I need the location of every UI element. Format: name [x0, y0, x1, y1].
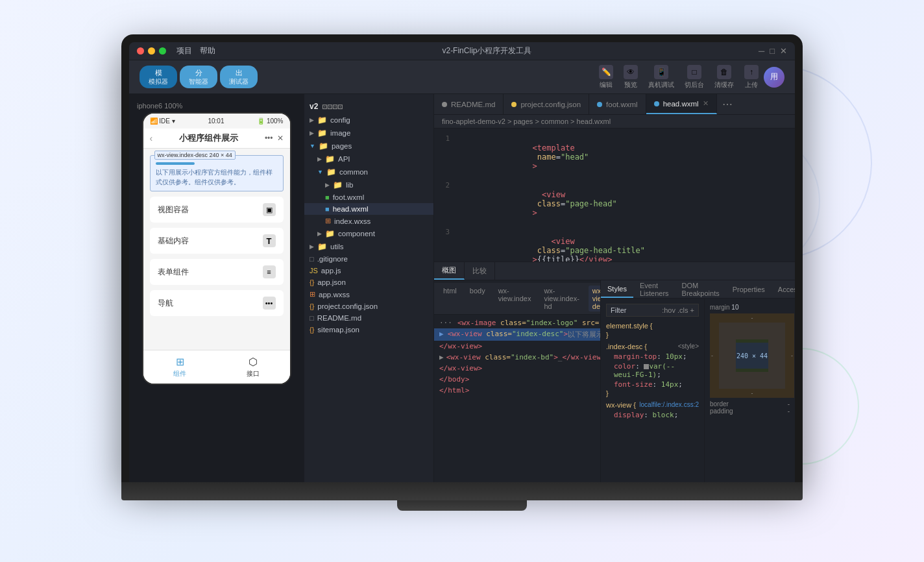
el-wx-view-index-hd[interactable]: wx-view.index-hd	[540, 286, 583, 312]
window-restore-icon[interactable]: □	[770, 46, 775, 56]
tab-head-wxml[interactable]: head.wxml ✕	[646, 94, 717, 114]
devtools-tab-overview[interactable]: 概图	[434, 262, 465, 280]
laptop: 项目 帮助 v2-FinClip小程序开发工具 ─ □ ✕ 模 模拟器	[121, 34, 803, 528]
line-num-3: 3	[434, 228, 457, 262]
app-title: v2-FinClip小程序开发工具	[226, 45, 748, 56]
devtools-left-panel: html body wx-view.index wx-view.index-hd…	[434, 280, 600, 482]
tree-item-gitignore[interactable]: □ .gitignore	[304, 253, 433, 265]
element-label: wx-view.index-desc 240 × 44	[154, 151, 236, 160]
tab-project-config-label: project.config.json	[520, 101, 581, 108]
phone-tab-components[interactable]: ⊞ 组件	[173, 356, 186, 378]
bm-margin-right: -	[791, 352, 793, 359]
phone-tab-api[interactable]: ⬡ 接口	[247, 356, 260, 378]
user-avatar[interactable]: 用	[764, 67, 784, 88]
tree-item-head-wxml[interactable]: ■ head.wxml	[304, 203, 433, 215]
tree-item-lib[interactable]: ▶ 📁 lib	[304, 178, 433, 191]
tree-item-appjson[interactable]: {} app.json	[304, 276, 433, 288]
html-line-3[interactable]: </wx-view>	[434, 341, 600, 352]
tab-head-label: head.wxml	[663, 100, 699, 108]
bm-padding-label: padding	[710, 408, 733, 415]
tab-close-icon[interactable]: ✕	[703, 99, 709, 108]
devtools-tabs: 概图 比较	[434, 262, 795, 280]
tree-item-foot-wxml[interactable]: ■ foot.wxml	[304, 191, 433, 203]
html-line-5[interactable]: </wx-view>	[434, 363, 600, 374]
line-content-2: <view class="page-head" >	[457, 181, 617, 226]
preview-action[interactable]: 👁 预览	[624, 65, 638, 90]
list-item-nav[interactable]: 导航 •••	[150, 290, 284, 316]
styles-panel: Styles Event Listeners DOM Breakpoints P…	[600, 280, 795, 482]
back-icon[interactable]: ‹	[150, 133, 153, 143]
preview-panel: iphone6 100% 📶 IDE ▾ 10:01 🔋 100% ‹ 小程序组…	[129, 94, 304, 482]
code-line-1: 1 <template name="head" >	[434, 134, 795, 180]
tab-readme[interactable]: README.md	[434, 94, 504, 114]
close-nav-icon[interactable]: ✕	[277, 134, 284, 143]
maximize-button[interactable]	[159, 47, 166, 55]
styles-tab-dom[interactable]: DOM Breakpoints	[675, 280, 726, 298]
el-body[interactable]: body	[466, 286, 489, 312]
list-icon-1: ▣	[263, 203, 276, 216]
bm-margin-bottom: -	[751, 390, 753, 397]
html-line-6[interactable]: </body>	[434, 374, 600, 385]
tree-item-appjs[interactable]: JS app.js	[304, 265, 433, 276]
tree-item-index-wxss[interactable]: ⊞ index.wxss	[304, 215, 433, 227]
list-label-4: 导航	[158, 298, 173, 309]
tree-item-readme[interactable]: □ README.md	[304, 312, 433, 324]
tree-item-component[interactable]: ▶ 📁 component	[304, 227, 433, 240]
minimize-button[interactable]	[148, 47, 155, 55]
close-button[interactable]	[137, 47, 144, 55]
devtools-tab-compare[interactable]: 比较	[465, 262, 495, 280]
tree-item-common[interactable]: ▼ 📁 common	[304, 165, 433, 178]
el-wx-view-index-desc[interactable]: wx-view.index-desc	[589, 286, 600, 312]
styles-tab-event[interactable]: Event Listeners	[633, 280, 675, 298]
el-html[interactable]: html	[439, 286, 461, 312]
laptop-base	[121, 482, 803, 500]
menu-item-help[interactable]: 帮助	[200, 45, 215, 56]
box-padding-labels: padding -	[710, 408, 790, 415]
editor-area: README.md project.config.json foot.wxml	[434, 94, 795, 482]
more-tabs-icon[interactable]: ⋯	[717, 98, 738, 110]
tree-root: v2 ⊡⊡⊡⊡	[304, 99, 433, 114]
tree-item-utils[interactable]: ▶ 📁 utils	[304, 240, 433, 253]
edit-action[interactable]: ✏️ 编辑	[599, 65, 613, 90]
tab-foot-wxml[interactable]: foot.wxml	[589, 94, 646, 114]
tree-item-projectconfig[interactable]: {} project.config.json	[304, 300, 433, 312]
styles-tab-properties[interactable]: Properties	[726, 280, 772, 298]
list-icon-2: T	[263, 234, 276, 247]
list-item-form[interactable]: 表单组件 ≡	[150, 259, 284, 285]
tab-project-config[interactable]: project.config.json	[504, 94, 589, 114]
tree-item-sitemap[interactable]: {} sitemap.json	[304, 324, 433, 336]
test-button[interactable]: 出 测试器	[220, 66, 258, 88]
upload-action[interactable]: ↑ 上传	[744, 65, 759, 90]
list-item-basic-content[interactable]: 基础内容 T	[150, 228, 284, 254]
tree-item-image[interactable]: ▶ 📁 image	[304, 127, 433, 140]
menu-item-project[interactable]: 项目	[176, 45, 192, 56]
phone-tabbar: ⊞ 组件 ⬡ 接口	[143, 350, 290, 384]
laptop-stand	[397, 500, 527, 511]
tree-item-api[interactable]: ▶ 📁 API	[304, 153, 433, 165]
device-debug-action[interactable]: 📱 真机调试	[648, 65, 674, 90]
more-icon[interactable]: •••	[265, 134, 273, 143]
debugger-button[interactable]: 分 智能器	[180, 66, 217, 88]
filter-placeholder[interactable]: Filter	[611, 306, 657, 314]
tree-item-appwxss[interactable]: ⊞ app.wxss	[304, 288, 433, 300]
el-wx-view-index[interactable]: wx-view.index	[494, 286, 535, 312]
tree-item-pages[interactable]: ▼ 📁 pages	[304, 140, 433, 153]
html-line-2[interactable]: ▶ <wx-view class="index-desc" >以下将展示小程序官…	[434, 328, 600, 341]
simulator-button[interactable]: 模 模拟器	[140, 66, 177, 88]
code-editor[interactable]: 1 <template name="head" > 2 <view	[434, 128, 795, 262]
device-label: iphone6 100%	[137, 102, 182, 110]
mode-buttons: 模 模拟器 分 智能器 出 测试器	[140, 66, 258, 88]
styles-tab-styles[interactable]: Styles	[601, 280, 633, 298]
clear-cache-action[interactable]: 🗑 清缓存	[714, 65, 734, 90]
html-line-1[interactable]: ··· <wx-image class="index-logo" src="..…	[434, 317, 600, 328]
tree-item-config[interactable]: ▶ 📁 config	[304, 114, 433, 127]
html-line-4[interactable]: ▶ <wx-view class="index-bd" >_</wx-view>	[434, 352, 600, 363]
styles-tab-accessibility[interactable]: Accessibility	[772, 280, 795, 298]
code-line-3: 3 <view class="page-head-title" >{{title…	[434, 227, 795, 262]
window-close-icon[interactable]: ✕	[780, 46, 787, 56]
window-minimize-icon[interactable]: ─	[759, 46, 764, 56]
list-item-view-container[interactable]: 视图容器 ▣	[150, 197, 284, 223]
editor-tabs: README.md project.config.json foot.wxml	[434, 94, 795, 115]
html-line-7[interactable]: </html>	[434, 385, 600, 396]
background-action[interactable]: □ 切后台	[685, 65, 704, 90]
